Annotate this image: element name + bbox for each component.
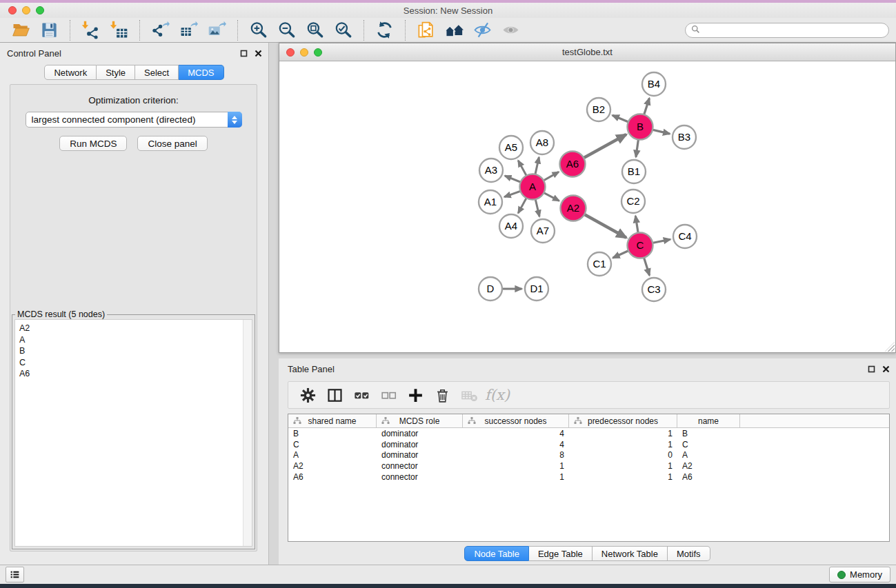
node-D1[interactable]: D1 xyxy=(525,277,548,301)
tab-select[interactable]: Select xyxy=(135,65,179,80)
deselect-all-button[interactable] xyxy=(376,383,401,407)
table-cell[interactable]: A2 xyxy=(288,461,377,471)
result-scrollbar[interactable] xyxy=(243,320,252,546)
table-cell[interactable]: connector xyxy=(377,461,463,471)
zoom-network-window-button[interactable] xyxy=(314,48,322,57)
table-cell[interactable]: dominator xyxy=(377,429,463,438)
zoom-selected-button[interactable] xyxy=(329,19,357,41)
minimize-window-button[interactable] xyxy=(22,6,30,14)
table-cell[interactable]: C xyxy=(288,440,377,449)
search-box[interactable] xyxy=(685,23,889,38)
column-header-name[interactable]: name xyxy=(677,414,740,427)
table-cell[interactable]: B xyxy=(677,429,740,438)
node-A5[interactable]: A5 xyxy=(499,136,523,159)
save-session-button[interactable] xyxy=(35,19,63,41)
function-button[interactable]: f(x) xyxy=(484,383,508,407)
show-all-networks-button[interactable] xyxy=(440,19,468,41)
table-cell[interactable]: B xyxy=(288,429,377,438)
mcds-result-list[interactable]: A2ABCA6 xyxy=(14,319,252,547)
tab-mcds[interactable]: MCDS xyxy=(179,65,223,80)
network-window-titlebar[interactable]: testGlobe.txt xyxy=(279,43,895,61)
duplicate-network-button[interactable] xyxy=(412,19,440,41)
zoom-window-button[interactable] xyxy=(36,6,44,14)
table-cell[interactable]: dominator xyxy=(377,450,463,460)
table-cell[interactable]: 4 xyxy=(463,429,569,438)
close-network-window-button[interactable] xyxy=(286,48,295,57)
network-canvas[interactable]: B4B2BB3A8A5A6B1A3AC2A1A2A4A7C4CC1C3DD1 xyxy=(279,61,895,352)
node-B[interactable]: B xyxy=(628,114,653,140)
tab-network[interactable]: Network xyxy=(44,65,97,80)
add-button[interactable] xyxy=(403,383,428,407)
tab-style[interactable]: Style xyxy=(97,65,135,80)
result-item[interactable]: A xyxy=(19,334,252,346)
table-cell[interactable]: A6 xyxy=(288,472,377,482)
node-A8[interactable]: A8 xyxy=(530,131,554,154)
table-cell[interactable]: A2 xyxy=(677,461,740,471)
node-D[interactable]: D xyxy=(479,277,502,301)
table-cell[interactable]: 1 xyxy=(569,429,677,438)
export-network-button[interactable] xyxy=(146,19,175,41)
show-selected-button[interactable] xyxy=(497,19,525,41)
node-C1[interactable]: C1 xyxy=(588,252,611,276)
column-header-predecessor-nodes[interactable]: predecessor nodes xyxy=(569,414,677,427)
table-tab-network-table[interactable]: Network Table xyxy=(593,546,668,561)
search-input[interactable] xyxy=(704,25,883,35)
settings-button[interactable] xyxy=(295,383,320,407)
memory-button[interactable]: Memory xyxy=(829,567,890,582)
refresh-view-button[interactable] xyxy=(370,19,399,41)
task-history-button[interactable] xyxy=(6,567,24,582)
export-table-button[interactable] xyxy=(175,19,203,41)
node-A[interactable]: A xyxy=(520,174,546,200)
table-row[interactable]: A2connector11A2 xyxy=(288,460,889,472)
node-B2[interactable]: B2 xyxy=(587,98,610,121)
table-tab-motifs[interactable]: Motifs xyxy=(668,546,710,561)
import-network-button[interactable] xyxy=(77,19,105,41)
column-header-successor-nodes[interactable]: successor nodes xyxy=(463,414,569,427)
table-cell[interactable]: 4 xyxy=(463,440,569,449)
column-header-shared-name[interactable]: shared name xyxy=(288,414,377,427)
result-item[interactable]: A6 xyxy=(19,368,252,380)
import-table-button[interactable] xyxy=(105,19,133,41)
table-row[interactable]: Cdominator41C xyxy=(288,439,889,450)
float-table-panel-button[interactable] xyxy=(867,365,876,374)
run-mcds-button[interactable]: Run MCDS xyxy=(59,136,127,151)
zoom-in-button[interactable] xyxy=(244,19,272,41)
table-cell[interactable]: 1 xyxy=(463,472,569,482)
node-B4[interactable]: B4 xyxy=(642,72,666,96)
table-cell[interactable]: dominator xyxy=(377,440,463,449)
node-table[interactable]: shared nameMCDS rolesuccessor nodesprede… xyxy=(288,414,890,542)
table-row[interactable]: Adominator80A xyxy=(288,450,889,461)
zoom-fit-button[interactable] xyxy=(301,19,329,41)
table-cell[interactable]: 8 xyxy=(463,450,569,460)
zoom-out-button[interactable] xyxy=(272,19,301,41)
select-all-button[interactable] xyxy=(349,383,374,407)
show-columns-button[interactable] xyxy=(322,383,347,407)
table-cell[interactable]: 1 xyxy=(569,472,677,482)
node-C2[interactable]: C2 xyxy=(621,190,645,213)
node-B1[interactable]: B1 xyxy=(622,160,646,183)
result-item[interactable]: C xyxy=(19,357,252,369)
close-panel-action-button[interactable]: Close panel xyxy=(137,136,207,151)
node-B3[interactable]: B3 xyxy=(673,125,696,149)
table-row[interactable]: A6connector11A6 xyxy=(288,472,889,483)
minimize-network-window-button[interactable] xyxy=(300,48,308,57)
node-A7[interactable]: A7 xyxy=(531,219,555,243)
node-C[interactable]: C xyxy=(628,233,653,258)
result-item[interactable]: A2 xyxy=(19,323,252,334)
float-panel-button[interactable] xyxy=(239,49,248,58)
node-A6[interactable]: A6 xyxy=(560,152,586,177)
table-cell[interactable]: A xyxy=(677,450,740,460)
node-A3[interactable]: A3 xyxy=(479,159,503,182)
close-window-button[interactable] xyxy=(8,6,17,14)
table-cell[interactable]: 1 xyxy=(569,461,677,471)
table-cell[interactable]: 1 xyxy=(463,461,569,471)
table-cell[interactable]: A6 xyxy=(677,472,740,482)
delete-button[interactable] xyxy=(430,383,455,407)
table-cell[interactable]: C xyxy=(677,440,740,449)
node-A1[interactable]: A1 xyxy=(479,190,502,214)
node-A4[interactable]: A4 xyxy=(499,214,523,238)
node-C4[interactable]: C4 xyxy=(673,225,697,248)
table-tab-node-table[interactable]: Node Table xyxy=(464,546,529,561)
table-row[interactable]: Bdominator41B xyxy=(288,428,889,439)
table-cell[interactable]: 0 xyxy=(569,450,677,460)
